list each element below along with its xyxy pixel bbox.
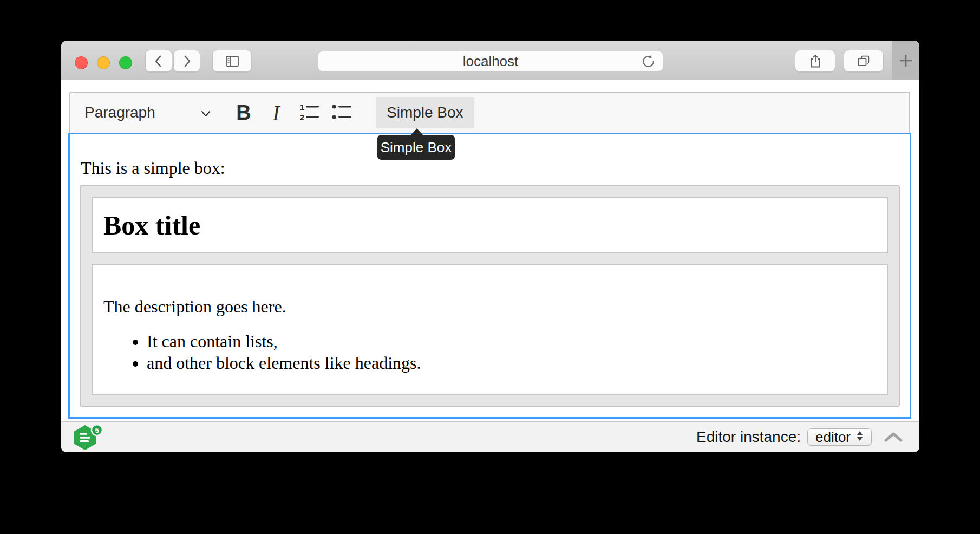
- select-stepper-icon: [856, 429, 864, 446]
- new-tab-button[interactable]: [892, 41, 919, 80]
- collapse-inspector-button[interactable]: [884, 432, 903, 442]
- svg-text:1: 1: [300, 102, 304, 112]
- numbered-list-button[interactable]: 1 2: [293, 97, 324, 128]
- chevron-up-icon: [884, 432, 903, 442]
- share-icon: [808, 54, 822, 69]
- browser-toolbar: localhost: [61, 41, 919, 80]
- browser-window: localhost: [61, 41, 919, 452]
- tooltip-caret-icon: [411, 128, 423, 135]
- address-bar[interactable]: localhost: [318, 51, 663, 71]
- editor-instance-value: editor: [815, 429, 851, 446]
- simple-box-title-area[interactable]: Box title: [92, 197, 888, 253]
- heading-dropdown-label: Paragraph: [84, 104, 155, 121]
- bold-icon: B: [236, 101, 251, 125]
- chevron-right-icon: [180, 54, 194, 68]
- heading-dropdown[interactable]: Paragraph: [78, 97, 220, 128]
- show-all-tabs-button[interactable]: [844, 50, 884, 72]
- tooltip-text: Simple Box: [377, 135, 455, 160]
- intro-paragraph[interactable]: This is a simple box:: [81, 157, 900, 179]
- close-window-button[interactable]: [75, 56, 88, 69]
- share-button[interactable]: [795, 50, 835, 72]
- address-bar-url: localhost: [463, 53, 519, 70]
- italic-icon: I: [272, 100, 279, 126]
- box-title-heading[interactable]: Box title: [103, 209, 876, 242]
- editor-toolbar: Paragraph B I 1 2: [69, 92, 910, 133]
- bold-button[interactable]: B: [228, 97, 259, 128]
- bulleted-list-button[interactable]: [326, 97, 356, 128]
- chevron-down-icon: [200, 104, 211, 121]
- inspector-statusbar: 5 Editor instance: editor: [61, 421, 919, 452]
- description-list: It can contain lists, and other block el…: [103, 330, 876, 374]
- tabs-overview-icon: [856, 54, 871, 68]
- simple-box-description-area[interactable]: The description goes here. It can contai…: [92, 264, 888, 395]
- numbered-list-icon: 1 2: [297, 101, 320, 125]
- back-button[interactable]: [145, 50, 172, 72]
- web-page: Paragraph B I 1 2: [61, 80, 919, 421]
- forward-button[interactable]: [173, 50, 200, 72]
- svg-text:2: 2: [300, 113, 304, 122]
- reload-icon[interactable]: [641, 54, 656, 69]
- bulleted-list-icon: [330, 101, 352, 125]
- list-item[interactable]: and other block elements like headings.: [147, 352, 876, 374]
- zoom-window-button[interactable]: [119, 56, 132, 69]
- italic-button[interactable]: I: [261, 97, 291, 128]
- sidebar-toggle-button[interactable]: [212, 50, 252, 72]
- plus-icon: [898, 53, 914, 69]
- ckeditor5-logo[interactable]: 5: [73, 424, 104, 452]
- editor-instance-select[interactable]: editor: [807, 428, 872, 446]
- simple-box-button[interactable]: Simple Box: [376, 97, 474, 128]
- statusbar-controls: Editor instance: editor: [696, 428, 919, 446]
- simple-box-widget[interactable]: Box title The description goes here. It …: [80, 185, 900, 407]
- editor-instance-label: Editor instance:: [696, 428, 801, 446]
- minimize-window-button[interactable]: [97, 56, 110, 69]
- simple-box-tooltip: Simple Box: [377, 128, 455, 160]
- simple-box-button-label: Simple Box: [387, 104, 463, 121]
- description-paragraph[interactable]: The description goes here.: [103, 296, 876, 317]
- list-item[interactable]: It can contain lists,: [147, 330, 876, 352]
- logo-version-badge: 5: [95, 426, 99, 434]
- chevron-left-icon: [152, 54, 166, 68]
- sidebar-icon: [224, 54, 240, 68]
- editor-editable-area[interactable]: This is a simple box: Box title The desc…: [68, 133, 911, 419]
